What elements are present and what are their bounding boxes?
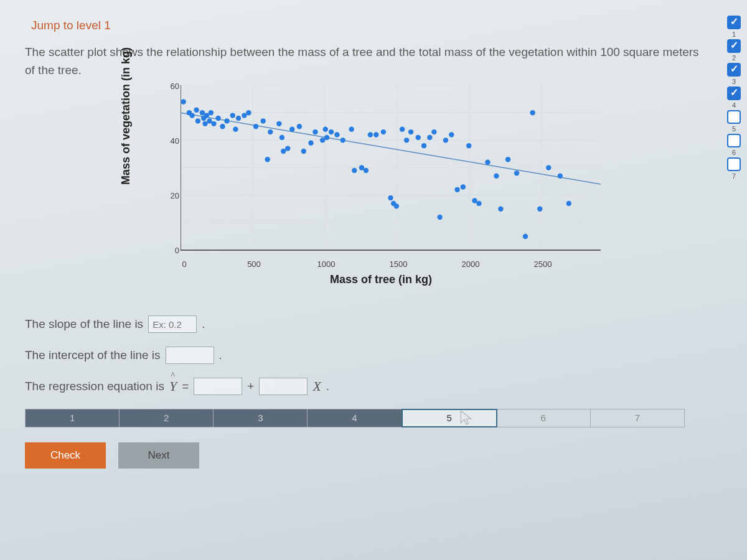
data-point: [449, 132, 454, 137]
data-point: [359, 165, 364, 170]
check-icon: [727, 16, 741, 29]
tracker-item-5[interactable]: 5: [723, 110, 745, 133]
pager-step-1[interactable]: 1: [26, 409, 120, 427]
x-tick: 0: [172, 259, 197, 269]
data-point: [308, 141, 313, 146]
y-tick: 60: [161, 82, 179, 91]
tracker-item-3[interactable]: 3: [723, 63, 745, 85]
data-point: [329, 129, 334, 134]
equation-intercept-input[interactable]: [194, 378, 242, 395]
data-point: [431, 129, 436, 134]
pager-step-2[interactable]: 2: [120, 409, 214, 427]
data-point: [236, 116, 241, 121]
tracker-label: 4: [732, 101, 736, 109]
pager-step-6[interactable]: 6: [497, 409, 591, 427]
progress-tracker: 1234567: [723, 16, 745, 181]
data-point: [194, 108, 199, 113]
data-point: [476, 201, 481, 206]
slope-label: The slope of the line is: [25, 317, 143, 331]
data-point: [297, 124, 302, 129]
x-tick: 2500: [530, 259, 555, 269]
step-pager: 1234567: [25, 409, 685, 427]
data-point: [202, 121, 207, 126]
tracker-item-7[interactable]: 7: [723, 157, 745, 180]
data-point: [181, 99, 186, 104]
check-button[interactable]: Check: [25, 442, 106, 469]
y-tick: 0: [161, 246, 179, 255]
jump-to-level-link[interactable]: Jump to level 1: [25, 0, 703, 44]
data-point: [324, 135, 329, 140]
next-button[interactable]: Next: [118, 442, 199, 469]
scatter-chart: Mass of vegetation (in kg) Mass of tree …: [143, 85, 654, 291]
data-point: [537, 207, 542, 212]
equation-slope-input[interactable]: [259, 378, 308, 395]
data-point: [242, 113, 247, 118]
data-point: [427, 135, 432, 140]
data-point: [514, 170, 519, 175]
data-point: [260, 118, 265, 123]
data-point: [494, 174, 499, 179]
pager-step-3[interactable]: 3: [214, 409, 308, 427]
y-tick: 20: [161, 191, 179, 200]
data-point: [472, 198, 477, 203]
data-point: [189, 113, 194, 118]
x-tick: 1000: [314, 259, 339, 269]
data-point: [265, 157, 270, 162]
tracker-label: 7: [732, 172, 736, 180]
data-point: [454, 187, 459, 192]
x-tick: 2000: [458, 259, 483, 269]
data-point: [230, 113, 235, 118]
checkbox-icon: [727, 134, 741, 147]
y-axis-label: Mass of vegetation (in kg): [120, 47, 133, 185]
data-point: [209, 110, 214, 115]
tracker-label: 2: [732, 54, 736, 62]
data-point: [276, 121, 281, 126]
data-point: [312, 129, 317, 134]
tracker-item-4[interactable]: 4: [723, 86, 745, 109]
data-point: [349, 126, 354, 131]
data-point: [400, 126, 405, 131]
data-point: [211, 121, 216, 126]
data-point: [566, 201, 571, 206]
tracker-item-2[interactable]: 2: [723, 39, 745, 62]
tracker-item-6[interactable]: 6: [723, 134, 745, 156]
intercept-input[interactable]: [166, 347, 214, 364]
data-point: [352, 168, 357, 173]
slope-question-row: The slope of the line is .: [25, 315, 703, 333]
data-point: [268, 129, 273, 134]
x-symbol: X: [312, 378, 321, 394]
data-point: [280, 135, 284, 140]
plot-svg: [181, 85, 616, 259]
tracker-label: 1: [732, 30, 736, 38]
data-point: [394, 203, 399, 208]
data-point: [340, 138, 345, 142]
data-point: [443, 138, 448, 142]
data-point: [461, 184, 466, 189]
data-point: [368, 132, 373, 137]
tracker-item-1[interactable]: 1: [723, 16, 745, 38]
data-point: [381, 129, 386, 134]
data-point: [334, 132, 339, 137]
pager-step-7[interactable]: 7: [591, 409, 684, 427]
equation-question-row: The regression equation is Y = + X.: [25, 378, 703, 395]
pager-step-4[interactable]: 4: [308, 409, 402, 427]
slope-input[interactable]: [148, 315, 197, 333]
x-axis-label: Mass of tree (in kg): [330, 273, 432, 286]
x-tick: 1500: [386, 259, 411, 269]
data-point: [374, 132, 378, 137]
x-tick: 500: [242, 259, 266, 269]
data-point: [505, 157, 510, 162]
data-point: [546, 165, 551, 170]
data-point: [233, 126, 238, 131]
pager-step-5[interactable]: 5: [402, 409, 497, 427]
data-point: [416, 135, 421, 140]
data-point: [200, 110, 205, 115]
checkbox-icon: [727, 110, 741, 124]
data-point: [498, 207, 503, 212]
data-point: [207, 118, 212, 123]
data-point: [289, 126, 294, 131]
data-point: [364, 168, 369, 173]
intercept-question-row: The intercept of the line is .: [25, 347, 703, 364]
intercept-label: The intercept of the line is: [25, 348, 161, 362]
data-point: [204, 113, 209, 118]
